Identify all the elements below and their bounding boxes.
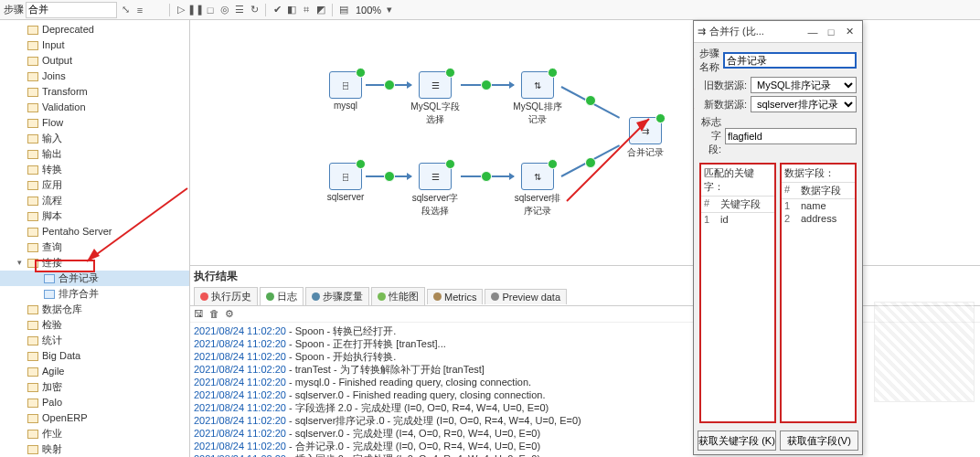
tree-yingshe[interactable]: 映射 xyxy=(0,441,189,457)
run-icon[interactable]: ▷ xyxy=(175,4,187,16)
tree-pentaho[interactable]: Pentaho Server xyxy=(0,224,189,239)
minimize-icon[interactable]: — xyxy=(804,27,822,37)
folder-icon xyxy=(27,181,38,190)
folder-icon xyxy=(27,336,38,345)
data-fields-header: 数据字段： xyxy=(782,165,855,183)
tree-collapse-icon[interactable]: ≡ xyxy=(133,4,146,16)
tree-bigdata[interactable]: Big Data xyxy=(0,348,189,364)
impact-icon[interactable]: ◧ xyxy=(285,4,298,16)
tree-output[interactable]: Output xyxy=(0,53,189,69)
tree-jianyan[interactable]: 检验 xyxy=(0,317,189,333)
dialog-icon: ⇉ xyxy=(698,26,706,37)
get-key-fields-button[interactable]: 获取关键字段 (K) xyxy=(698,430,776,451)
new-source-label: 新数据源: xyxy=(699,98,747,112)
tree-sorted-merge[interactable]: 排序合并 xyxy=(0,286,189,302)
merge-rows-dialog: ⇉ 合并行 (比... — □ ✕ ➤步骤名称 ➤旧数据源:MySQL排序记录 … xyxy=(693,20,863,455)
node-mysql-select[interactable]: ☰MySQL字段选择 xyxy=(408,71,463,126)
folder-icon xyxy=(27,134,38,143)
tree-deprecated[interactable]: Deprecated xyxy=(0,22,189,37)
tab-history[interactable]: 执行历史 xyxy=(194,287,258,305)
get-value-fields-button[interactable]: 获取值字段(V) xyxy=(780,430,858,451)
tree-agile[interactable]: Agile xyxy=(0,364,189,379)
dialog-titlebar[interactable]: ⇉ 合并行 (比... — □ ✕ xyxy=(694,21,862,43)
folder-icon xyxy=(27,57,38,66)
table-row[interactable]: 1name xyxy=(782,199,855,212)
folder-icon xyxy=(27,41,38,50)
replay-icon[interactable]: ↻ xyxy=(248,4,261,16)
table-row[interactable]: 1id xyxy=(701,213,774,226)
tree-transform[interactable]: Transform xyxy=(0,84,189,100)
folder-icon xyxy=(27,243,38,252)
pause-icon[interactable]: ❚❚ xyxy=(189,4,202,16)
filter-input[interactable] xyxy=(26,2,117,18)
folder-icon xyxy=(27,26,38,35)
annotation-arrow: ➤ xyxy=(694,79,695,99)
tree-jiaoben[interactable]: 脚本 xyxy=(0,208,189,224)
tree-validation[interactable]: Validation xyxy=(0,100,189,115)
tree-shuchu[interactable]: 输出 xyxy=(0,146,189,162)
tree-palo[interactable]: Palo xyxy=(0,395,189,410)
table-row[interactable]: 2address xyxy=(782,212,855,225)
annotation-arrow: ➤ xyxy=(694,48,695,69)
tree-zhuanhuan[interactable]: 转换 xyxy=(0,162,189,177)
folder-icon xyxy=(27,399,38,408)
node-sqlserver-select[interactable]: ☰sqlserver字段选择 xyxy=(408,163,463,218)
show-results-icon[interactable]: ▤ xyxy=(337,4,350,16)
node-sqlserver-sort[interactable]: ⇅sqlserver排序记录 xyxy=(510,163,565,218)
close-icon[interactable]: ✕ xyxy=(840,26,858,37)
metrics-icon xyxy=(433,292,442,301)
tab-log[interactable]: 日志 xyxy=(260,287,304,305)
tab-preview[interactable]: Preview data xyxy=(485,289,567,304)
tree-input[interactable]: Input xyxy=(0,37,189,53)
maximize-icon[interactable]: □ xyxy=(822,27,840,37)
clear-log-icon[interactable]: 🗑 xyxy=(209,308,219,320)
sort-merge-icon xyxy=(44,290,55,299)
step-name-input[interactable] xyxy=(723,52,857,69)
node-mysql-sort[interactable]: ⇅MySQL排序记录 xyxy=(510,71,565,126)
sql-icon[interactable]: ⌗ xyxy=(300,4,313,16)
settings-log-icon[interactable]: ⚙ xyxy=(225,308,234,320)
history-icon xyxy=(200,292,208,301)
tree-zuoye[interactable]: 作业 xyxy=(0,426,189,441)
node-sqlserver[interactable]: ⌸sqlserver xyxy=(318,163,373,202)
tree-jiami[interactable]: 加密 xyxy=(0,379,189,395)
key-fields-header: 匹配的关键字： xyxy=(701,165,774,197)
key-fields-table[interactable]: 匹配的关键字： #关键字段 1id xyxy=(699,163,776,423)
tree-openerp[interactable]: OpenERP xyxy=(0,410,189,426)
save-log-icon[interactable]: 🖫 xyxy=(194,308,204,320)
tree-expand-icon[interactable]: ⤡ xyxy=(119,4,132,16)
zoom-dropdown-icon[interactable]: ▾ xyxy=(383,4,396,16)
flag-field-input[interactable] xyxy=(725,128,857,144)
tree-tongji[interactable]: 统计 xyxy=(0,333,189,348)
tree-yingyong[interactable]: 应用 xyxy=(0,177,189,193)
node-merge[interactable]: ⇉合并记录 xyxy=(618,117,673,159)
tab-perf[interactable]: 性能图 xyxy=(371,287,425,305)
stop-icon[interactable]: □ xyxy=(204,4,217,16)
zoom-level[interactable]: 100% xyxy=(356,5,381,16)
folder-icon xyxy=(27,414,38,423)
folder-icon xyxy=(27,72,38,81)
node-mysql[interactable]: ⌸mysql xyxy=(318,71,373,111)
folder-icon xyxy=(27,228,38,237)
tree-merge-rows[interactable]: 合并记录 xyxy=(0,271,189,286)
new-source-select[interactable]: sqlserver排序记录 xyxy=(751,96,857,112)
old-source-label: 旧数据源: xyxy=(699,79,747,92)
steps-tree[interactable]: Deprecated Input Output Joins Transform … xyxy=(0,20,190,457)
tab-step-metrics[interactable]: 步骤度量 xyxy=(305,287,369,305)
explore-icon[interactable]: ◩ xyxy=(314,4,327,16)
annotation-arrow: ➤ xyxy=(694,98,695,118)
tree-joins[interactable]: Joins xyxy=(0,69,189,84)
debug-icon[interactable]: ☰ xyxy=(233,4,246,16)
tree-shuru[interactable]: 输入 xyxy=(0,131,189,146)
tree-liucheng[interactable]: 流程 xyxy=(0,193,189,208)
data-fields-table[interactable]: 数据字段： #数据字段 1name 2address xyxy=(780,163,857,423)
log-icon xyxy=(266,292,274,301)
tree-dw[interactable]: 数据仓库 xyxy=(0,302,189,317)
old-source-select[interactable]: MySQL排序记录 xyxy=(751,77,857,93)
folder-icon xyxy=(27,445,38,454)
check-icon[interactable]: ✔ xyxy=(271,4,283,16)
preview-icon[interactable]: ◎ xyxy=(218,4,231,16)
tab-metrics[interactable]: Metrics xyxy=(427,289,483,304)
tree-flow[interactable]: Flow xyxy=(0,115,189,131)
tree-chaxun[interactable]: 查询 xyxy=(0,239,189,255)
